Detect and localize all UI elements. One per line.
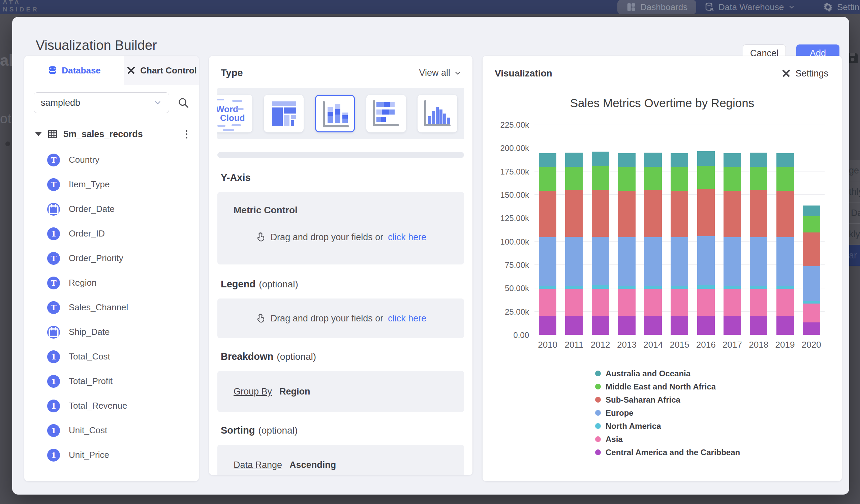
database-panel: Database Chart Control sampledb: [24, 56, 199, 481]
legend-item[interactable]: Asia: [595, 433, 842, 446]
bar-segment: [644, 316, 662, 335]
legend-item[interactable]: Middle East and North Africa: [595, 380, 842, 393]
tab-chart-control[interactable]: Chart Control: [124, 56, 199, 85]
x-tick-label: 2013: [614, 340, 640, 350]
tab-database[interactable]: Database: [24, 56, 124, 85]
field-item[interactable]: 1 Total_Profit: [24, 369, 199, 393]
dashboards-grid-icon: [626, 2, 636, 12]
field-item[interactable]: 1 Unit_Cost: [24, 418, 199, 443]
table-menu-kebab-icon[interactable]: [184, 128, 189, 141]
x-tick-label: 2018: [745, 340, 772, 350]
nav-settings[interactable]: Settings: [823, 0, 860, 14]
sorting-section-title: Sorting: [221, 425, 255, 436]
table-name: 5m_sales_records: [63, 129, 143, 140]
field-label: Sales_Channel: [69, 302, 128, 313]
chart-type-carousel: Word Cloud: [217, 88, 464, 139]
visualization-panel: Visualization Settings Sales Metrics Ove…: [483, 56, 842, 481]
legend-click-here-link[interactable]: click here: [388, 313, 426, 324]
field-item[interactable]: Ship_Date: [24, 320, 199, 344]
metric-control-title: Metric Control: [233, 205, 464, 216]
field-type-icon: 1: [47, 424, 60, 437]
bar-segment: [723, 153, 741, 168]
breakdown-config-row[interactable]: Group By Region: [217, 371, 464, 412]
legend-dot: [595, 410, 601, 416]
chart: 225.00k200.00k175.00k150.00k125.00k100.0…: [483, 125, 842, 350]
field-label: Total_Cost: [69, 351, 110, 362]
bar-slot: [534, 125, 561, 335]
bar-segment: [565, 286, 583, 289]
nav-dashboards[interactable]: Dashboards: [617, 0, 696, 14]
group-by-label[interactable]: Group By: [233, 386, 272, 397]
data-range-label[interactable]: Data Range: [233, 460, 282, 470]
bar-slot: [772, 125, 798, 335]
stacked-bar-2016: [697, 125, 715, 335]
field-item[interactable]: T Country: [24, 147, 199, 172]
legend-item[interactable]: Australia and Oceania: [595, 367, 842, 380]
field-item[interactable]: T Sales_Channel: [24, 295, 199, 320]
nav-data-warehouse-label: Data Warehouse: [718, 2, 784, 13]
bar-segment: [697, 189, 715, 236]
field-item[interactable]: Order_Date: [24, 197, 199, 221]
y-tick-label: 175.00k: [500, 167, 529, 176]
bar-segment: [697, 316, 715, 335]
legend-item[interactable]: North America: [595, 419, 842, 433]
x-tick-label: 2015: [666, 340, 692, 350]
chart-type-option-word-cloud[interactable]: Word Cloud: [217, 95, 253, 132]
bar-segment: [644, 289, 662, 316]
bar-segment: [565, 153, 583, 167]
field-item[interactable]: T Item_Type: [24, 172, 199, 197]
field-item[interactable]: T Order_Priority: [24, 246, 199, 271]
chart-builder-panel: Type View all Word Cloud: [209, 56, 472, 475]
bar-segment: [750, 237, 767, 286]
database-select[interactable]: sampledb: [34, 92, 169, 113]
bar-slot: [745, 125, 772, 335]
bar-segment: [644, 153, 662, 167]
bar-segment: [776, 191, 794, 237]
chart-type-option-stacked-bar[interactable]: [366, 95, 406, 132]
metric-drop-text: Drag and drop your fields or: [271, 232, 384, 243]
x-tick-label: 2012: [587, 340, 614, 350]
field-item[interactable]: 1 Total_Revenue: [24, 393, 199, 418]
type-carousel-scrollbar[interactable]: [217, 152, 464, 158]
y-axis-section-title: Y-Axis: [221, 172, 472, 183]
field-type-icon: [47, 203, 60, 216]
bar-segment: [618, 289, 635, 316]
table-tree-row[interactable]: 5m_sales_records: [35, 127, 189, 142]
stacked-bar-2014: [644, 125, 662, 335]
bar-segment: [697, 285, 715, 289]
legend-dropzone[interactable]: Drag and drop your fields or click here: [217, 299, 464, 338]
legend-item[interactable]: Central America and the Caribbean: [595, 446, 842, 459]
database-select-value: sampledb: [41, 98, 80, 108]
legend-item[interactable]: Sub-Saharan Africa: [595, 393, 842, 406]
bar-segment: [697, 151, 715, 166]
metric-click-here-link[interactable]: click here: [388, 232, 426, 243]
bar-segment: [723, 191, 741, 237]
chart-type-option-treemap[interactable]: [264, 95, 304, 132]
field-item[interactable]: 1 Order_ID: [24, 221, 199, 246]
bar-segment: [803, 322, 820, 335]
expander-triangle-icon[interactable]: [35, 132, 42, 136]
field-item[interactable]: 1 Unit_Price: [24, 443, 199, 467]
legend-item[interactable]: Europe: [595, 406, 842, 419]
database-search-row: sampledb: [34, 92, 189, 113]
chart-type-option-stacked-column[interactable]: [315, 95, 355, 132]
field-item[interactable]: T Region: [24, 271, 199, 295]
sorting-config-row[interactable]: Data Range Ascending: [217, 445, 464, 475]
settings-button[interactable]: Settings: [781, 68, 828, 79]
field-type-icon: T: [47, 252, 60, 265]
nav-data-warehouse[interactable]: Data Warehouse: [704, 0, 795, 14]
chart-type-option-column[interactable]: [417, 95, 457, 132]
view-all-button[interactable]: View all: [419, 68, 462, 78]
legend-drop-text: Drag and drop your fields or: [271, 313, 384, 324]
bar-segment: [539, 153, 556, 168]
field-item[interactable]: 1 Total_Cost: [24, 344, 199, 369]
table-icon: [47, 129, 58, 140]
bar-segment: [776, 289, 794, 316]
visualization-title: Visualization: [495, 68, 552, 79]
field-label: Item_Type: [69, 179, 110, 190]
bar-slot: [587, 125, 614, 335]
bar-segment: [776, 286, 794, 289]
search-icon[interactable]: [177, 97, 189, 109]
metric-control-dropzone[interactable]: Metric Control Drag and drop your fields…: [217, 192, 464, 264]
field-label: Country: [69, 155, 99, 165]
